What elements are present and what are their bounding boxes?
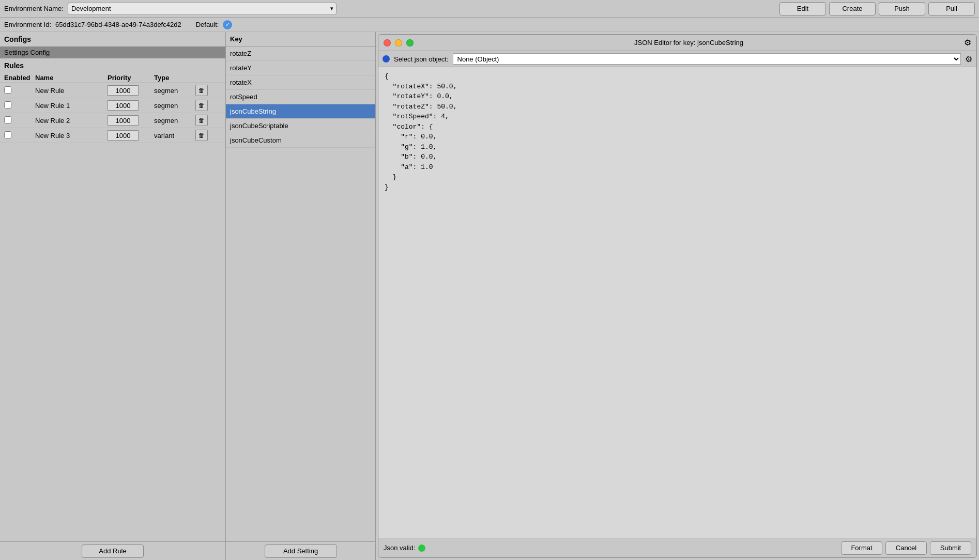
col-header-priority: Priority	[108, 74, 154, 82]
json-type-dot	[383, 55, 390, 63]
rule-type-0: segmen	[154, 87, 195, 95]
col-header-delete	[195, 74, 216, 82]
keys-list: rotateZrotateYrotateXrotSpeedjsonCubeStr…	[226, 46, 375, 148]
json-select-label: Select json object:	[394, 55, 449, 63]
add-setting-button[interactable]: Add Setting	[265, 545, 337, 558]
delete-rule-button-3[interactable]: 🗑	[195, 130, 208, 141]
env-id-row: Environment Id: 65dd31c7-96bd-4348-ae49-…	[0, 18, 979, 32]
json-type-row: Select json object: None (Object)StringN…	[378, 51, 976, 67]
table-row: New Rule 3 variant 🗑	[0, 128, 225, 143]
rules-table-header: Enabled Name Priority Type	[0, 73, 225, 83]
key-item[interactable]: rotateY	[226, 61, 375, 75]
add-rule-bar: Add Rule	[0, 541, 225, 560]
rules-header: Rules	[0, 58, 225, 73]
json-options-gear-icon[interactable]: ⚙	[965, 54, 972, 64]
edit-button[interactable]: Edit	[779, 2, 826, 15]
json-valid-label: Json valid:	[384, 544, 415, 552]
delete-rule-button-0[interactable]: 🗑	[195, 85, 208, 96]
col-header-name: Name	[35, 74, 108, 82]
env-name-label: Environment Name:	[4, 5, 64, 12]
format-button[interactable]: Format	[841, 541, 882, 555]
push-button[interactable]: Push	[879, 2, 925, 15]
env-id-value: 65dd31c7-96bd-4348-ae49-74a3defc42d2	[55, 21, 181, 28]
json-type-select[interactable]: None (Object)StringNumberBoolean	[453, 53, 961, 65]
traffic-light-green[interactable]	[406, 39, 414, 46]
rule-checkbox-1[interactable]	[4, 101, 11, 108]
rule-priority-2[interactable]	[108, 115, 139, 126]
col-header-enabled: Enabled	[4, 74, 35, 82]
rule-priority-3[interactable]	[108, 130, 139, 141]
rule-checkbox-0[interactable]	[4, 86, 11, 94]
json-valid-section: Json valid:	[384, 544, 425, 552]
rule-name-1: New Rule 1	[35, 102, 108, 110]
key-item[interactable]: rotateX	[226, 75, 375, 90]
rule-priority-0[interactable]	[108, 85, 139, 96]
key-item[interactable]: rotateZ	[226, 46, 375, 61]
rules-table-body: New Rule segmen 🗑 New Rule 1 segmen 🗑 Ne…	[0, 83, 225, 541]
key-item[interactable]: jsonCubeScriptable	[226, 119, 375, 133]
keys-header: Key	[226, 32, 375, 46]
keys-panel: Key rotateZrotateYrotateXrotSpeedjsonCub…	[226, 32, 376, 560]
table-row: New Rule segmen 🗑	[0, 83, 225, 98]
add-rule-button[interactable]: Add Rule	[82, 545, 144, 558]
traffic-light-yellow[interactable]	[395, 39, 402, 46]
top-bar: Environment Name: DevelopmentStagingProd…	[0, 0, 979, 18]
left-panel: Configs Settings Config Rules Enabled Na…	[0, 32, 226, 560]
json-editor-panel: JSON Editor for key: jsonCubeString ⚙ Se…	[376, 32, 979, 560]
key-item[interactable]: rotSpeed	[226, 90, 375, 104]
configs-header: Configs	[0, 32, 225, 46]
table-row: New Rule 2 segmen 🗑	[0, 113, 225, 128]
rule-type-2: segmen	[154, 117, 195, 125]
content-area: Configs Settings Config Rules Enabled Na…	[0, 32, 979, 560]
settings-gear-icon[interactable]: ⚙	[964, 38, 971, 48]
col-header-type: Type	[154, 74, 195, 82]
rule-type-3: variant	[154, 132, 195, 139]
rule-type-1: segmen	[154, 102, 195, 110]
pull-button[interactable]: Pull	[928, 2, 975, 15]
settings-config-item[interactable]: Settings Config	[0, 46, 225, 58]
create-button[interactable]: Create	[829, 2, 876, 15]
json-content-area[interactable]: { "rotateX": 50.0, "rotateY": 0.0, "rota…	[378, 67, 976, 538]
add-setting-bar: Add Setting	[226, 541, 375, 560]
delete-rule-button-2[interactable]: 🗑	[195, 115, 208, 126]
env-id-label: Environment Id:	[4, 21, 51, 28]
json-action-buttons: Format Cancel Submit	[841, 541, 971, 555]
env-select-wrapper[interactable]: DevelopmentStagingProduction	[68, 3, 336, 15]
key-item[interactable]: jsonCubeCustom	[226, 133, 375, 148]
delete-rule-button-1[interactable]: 🗑	[195, 100, 208, 111]
rule-name-2: New Rule 2	[35, 117, 108, 125]
top-buttons: Edit Create Push Pull	[779, 2, 975, 15]
rule-name-0: New Rule	[35, 87, 108, 95]
json-editor-title: JSON Editor for key: jsonCubeString	[418, 39, 960, 46]
json-editor-titlebar: JSON Editor for key: jsonCubeString ⚙	[378, 35, 976, 51]
key-item[interactable]: jsonCubeString	[226, 104, 375, 119]
rule-checkbox-2[interactable]	[4, 116, 11, 123]
default-checkmark: ✓	[223, 20, 232, 29]
json-valid-indicator	[418, 545, 425, 552]
submit-button[interactable]: Submit	[930, 541, 971, 555]
rule-priority-1[interactable]	[108, 100, 139, 111]
rule-checkbox-3[interactable]	[4, 131, 11, 138]
table-row: New Rule 1 segmen 🗑	[0, 98, 225, 113]
default-label: Default:	[196, 21, 219, 28]
env-select[interactable]: DevelopmentStagingProduction	[68, 3, 336, 15]
cancel-button[interactable]: Cancel	[885, 541, 927, 555]
json-bottom-bar: Json valid: Format Cancel Submit	[378, 538, 976, 557]
json-editor-window: JSON Editor for key: jsonCubeString ⚙ Se…	[378, 34, 977, 558]
rule-name-3: New Rule 3	[35, 132, 108, 139]
traffic-light-red[interactable]	[384, 39, 391, 46]
